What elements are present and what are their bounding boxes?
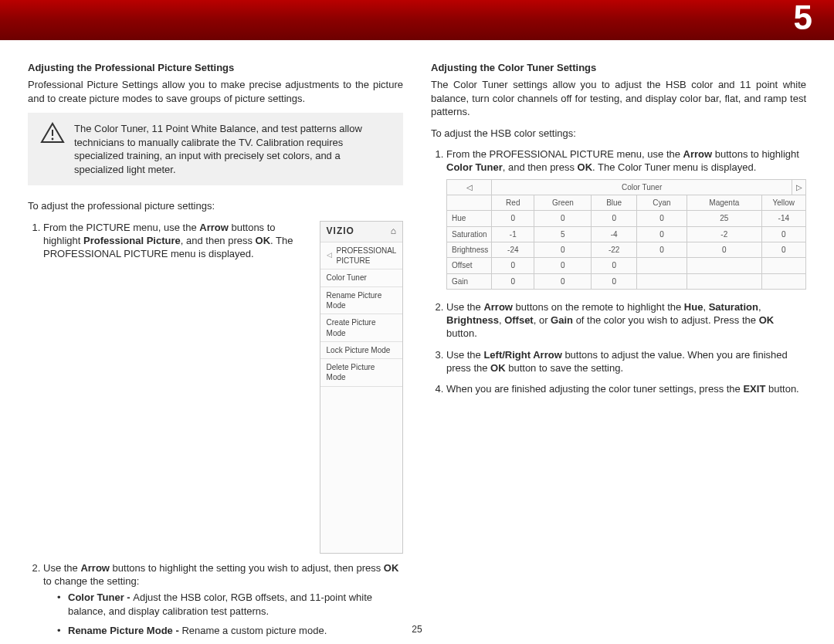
text: When you are finished adjusting the colo… [446,383,743,395]
menu-item: Delete Picture Mode [320,359,402,387]
bold-gain: Gain [551,314,573,326]
page-root: 5 Adjusting the Professional Picture Set… [0,0,834,644]
text: , [703,301,708,313]
bold-color-tuner: Color Tuner [446,161,503,173]
ct-cell: 0 [534,258,592,273]
left-column: Adjusting the Professional Picture Setti… [28,62,403,644]
ct-cell: 0 [761,242,805,257]
right-step-4: When you are finished adjusting the colo… [446,382,806,395]
ct-cell: -24 [492,242,534,257]
text: , [758,301,761,313]
text: buttons to highlight [712,148,799,160]
notice-box: The Color Tuner, 11 Point White Balance,… [28,113,403,185]
ct-cell: -4 [592,226,636,242]
ct-right-arrow: ▷ [792,179,806,195]
ct-row-offset: Offset 0 0 0 [447,258,806,273]
text: , or [534,314,551,326]
chapter-number: 5 [794,0,812,37]
ct-row-label: Offset [447,258,492,273]
ct-cell: 0 [534,273,592,289]
left-intro: Professional Picture Settings allow you … [28,78,403,105]
ct-cell: 0 [636,211,687,226]
menu-item: Lock Picture Mode [320,342,402,359]
left-steps: From the PICTURE menu, use the Arrow but… [29,221,403,644]
ct-cell: 0 [492,273,534,289]
bold-ok: OK [256,235,271,246]
ct-cell: 0 [592,258,636,273]
home-icon: ⌂ [391,225,396,238]
bold-ok: OK [384,562,399,574]
ct-cell: 25 [687,211,762,226]
text: Use the [446,301,483,313]
ct-row-label: Saturation [447,226,492,242]
ct-col: Red [492,195,534,211]
text: button. [765,383,798,395]
bold: Color Tuner - [68,591,133,603]
text: to change the setting: [43,575,139,587]
ct-cell: 5 [534,226,592,242]
right-step-2: Use the Arrow buttons on the remote to h… [446,300,806,341]
ct-cell: -22 [592,242,636,257]
ct-cell: 0 [592,273,636,289]
right-to-adjust: To adjust the HSB color settings: [431,127,806,141]
ct-col: Blue [592,195,636,211]
ct-cell: 0 [492,258,534,273]
vizio-logo: VIZIO [327,225,354,238]
bold-hue: Hue [684,301,703,313]
left-heading: Adjusting the Professional Picture Setti… [28,62,403,73]
text: , and then press [503,161,578,173]
menu-item: Rename Picture Mode [320,287,402,315]
ct-cell [636,258,687,273]
bold-lrarrow: Left/Right Arrow [483,349,561,361]
content-area: Adjusting the Professional Picture Setti… [0,40,834,644]
menu-item: Create Picture Mode [320,314,402,342]
ct-left-arrow: ◁ [447,179,492,195]
bold-ok: OK [490,362,506,374]
left-to-adjust: To adjust the professional picture setti… [28,199,403,213]
ct-blank [447,195,492,211]
menu-blank [320,387,402,553]
right-intro: The Color Tuner settings allow you to ad… [431,78,806,119]
bold-ok: OK [759,314,775,326]
menu-item: Color Tuner [320,269,402,286]
bullet-color-tuner: Color Tuner - Adjust the HSB color, RGB … [59,591,403,618]
notice-text: The Color Tuner, 11 Point White Balance,… [74,122,392,176]
text: button. [446,327,477,339]
ct-cell: -1 [492,226,534,242]
text: buttons to highlight the setting you wis… [110,562,384,574]
ct-col: Cyan [636,195,687,211]
ct-cell [636,273,687,289]
color-tuner-table: ◁ Color Tuner ▷ Red Green Blue Cyan Mage… [446,179,806,290]
bold-arrow: Arrow [483,301,513,313]
bold-arrow: Arrow [80,562,110,574]
ct-row-label: Hue [447,211,492,226]
bold-arrow: Arrow [683,148,713,160]
ct-cell: -2 [687,226,762,242]
right-column: Adjusting the Color Tuner Settings The C… [431,62,806,644]
bold-professional-picture: Professional Picture [83,235,181,246]
text: button to save the setting. [506,362,624,374]
ct-row-brightness: Brightness -24 0 -22 0 0 0 [447,242,806,257]
left-bullets: Color Tuner - Adjust the HSB color, RGB … [48,591,403,644]
bold-brightness: Brightness [446,314,499,326]
text: From the PROFESSIONAL PICTURE menu, use … [446,148,683,160]
ct-row-saturation: Saturation -1 5 -4 0 -2 0 [447,226,806,242]
ct-cell: 0 [636,242,687,257]
bold-ok: OK [578,161,593,173]
back-icon: ◁ [327,251,332,260]
bold-saturation: Saturation [709,301,758,313]
ct-row-label: Brightness [447,242,492,257]
ct-cell: 0 [761,226,805,242]
ct-cell: 0 [636,226,687,242]
svg-point-1 [52,138,54,141]
ct-col: Green [534,195,592,211]
bold-exit: EXIT [743,383,765,395]
left-step-1: From the PICTURE menu, use the Arrow but… [43,221,403,554]
right-step-1: From the PROFESSIONAL PICTURE menu, use … [446,147,806,290]
ct-cell [761,273,805,289]
chapter-band: 5 [0,0,834,40]
menu-title: PROFESSIONAL PICTURE [337,246,396,266]
text: of the color you wish to adjust. Press t… [573,314,759,326]
ct-col: Magenta [687,195,762,211]
warning-icon [40,122,65,146]
